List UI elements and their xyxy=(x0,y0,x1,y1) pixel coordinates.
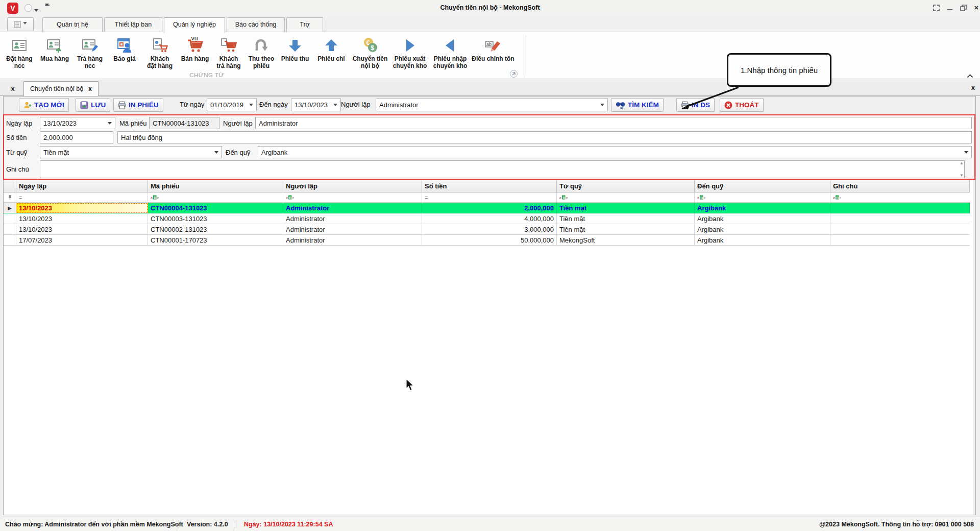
print-voucher-button[interactable]: IN PHIẾU xyxy=(113,98,163,112)
filter-cell-date[interactable]: = xyxy=(16,192,148,203)
minimize-button[interactable] xyxy=(945,5,955,12)
ribbon-item-phieu-xuat-chuyen-kho[interactable]: Phiếu xuấtchuyển kho xyxy=(390,34,430,70)
ribbon-item-phieu-nhap-chuyen-kho[interactable]: Phiếu nhậpchuyển kho xyxy=(430,34,471,70)
app-menu-button[interactable] xyxy=(7,17,34,31)
ribbon-item-tra-hang-ncc[interactable]: Trả hàngncc xyxy=(72,34,107,70)
filter-cell-note[interactable]: aBc xyxy=(830,192,970,203)
cell-date[interactable]: 13/10/2023 xyxy=(16,224,148,235)
filter-cell-from-fund[interactable]: aBc xyxy=(557,192,695,203)
cell-amount[interactable]: 50,000,000 xyxy=(422,235,557,246)
grid-row[interactable]: 13/10/2023 CTN00002-131023 Administrator… xyxy=(4,224,973,235)
ribbon-item-phieu-thu[interactable]: Phiếu thu xyxy=(278,34,312,70)
cell-creator[interactable]: Administrator xyxy=(283,224,422,235)
ribbon-item-chuyen-tien-noi-bo[interactable]: €$ Chuyển tiềnnội bộ xyxy=(350,34,390,70)
cell-to-fund[interactable]: Argibank xyxy=(695,224,830,235)
chevron-down-icon[interactable] xyxy=(249,104,253,108)
ribbon-item-dieu-chinh-ton[interactable]: ab Điều chỉnh tồn xyxy=(471,34,516,70)
cell-code[interactable]: CTN00004-131023 xyxy=(148,203,283,213)
cell-note[interactable] xyxy=(830,203,970,213)
chevron-down-icon[interactable] xyxy=(600,104,604,108)
cell-from-fund[interactable]: Tiền mặt xyxy=(557,203,695,213)
chevron-down-icon[interactable] xyxy=(964,151,968,156)
ribbon-item-mua-hang[interactable]: Mua hàng xyxy=(37,34,72,70)
restore-button[interactable] xyxy=(958,5,968,12)
cell-to-fund[interactable]: Argibank xyxy=(695,213,830,224)
collapse-ribbon-icon[interactable] xyxy=(967,71,973,80)
date-field[interactable]: 13/10/2023 xyxy=(40,117,115,129)
search-button[interactable]: ID TÌM KIẾM xyxy=(611,98,664,112)
ribbon-item-bao-gia[interactable]: Báo giá xyxy=(107,34,142,70)
ribbon-item-khach-tra-hang[interactable]: Kháchtrả hàng xyxy=(212,34,245,70)
exit-button[interactable]: THOÁT xyxy=(720,98,764,112)
group-dialog-launcher-icon[interactable] xyxy=(510,70,518,78)
column-header-creator[interactable]: Người lập xyxy=(283,180,422,192)
column-header-to-fund[interactable]: Đến quỹ xyxy=(695,180,830,192)
cell-to-fund[interactable]: Argibank xyxy=(695,203,830,213)
cell-from-fund[interactable]: MekongSoft xyxy=(557,235,695,246)
save-button[interactable]: LƯU xyxy=(76,98,110,112)
chevron-down-icon[interactable] xyxy=(108,122,112,127)
cell-amount[interactable]: 4,000,000 xyxy=(422,213,557,224)
ribbon-item-khach-dat-hang[interactable]: Kháchđặt hàng xyxy=(142,34,178,70)
chevron-down-icon[interactable] xyxy=(214,151,218,156)
close-tab-icon[interactable]: x xyxy=(88,85,92,92)
creator-field[interactable]: Administrator xyxy=(255,117,972,129)
ribbon-tab-reports[interactable]: Báo cáo thống kê xyxy=(227,17,285,32)
creator-filter-combo[interactable]: Administrator xyxy=(376,99,608,111)
ribbon-item-phieu-chi[interactable]: Phiếu chi xyxy=(312,34,350,70)
cell-to-fund[interactable]: Argibank xyxy=(695,235,830,246)
filter-cell-code[interactable]: aBc xyxy=(148,192,283,203)
cell-amount[interactable]: 3,000,000 xyxy=(422,224,557,235)
svg-text:c: c xyxy=(840,196,842,200)
cell-date[interactable]: 13/10/2023 xyxy=(16,213,148,224)
column-header-date[interactable]: Ngày lập xyxy=(16,180,148,192)
grid-row[interactable]: 17/07/2023 CTN00001-170723 Administrator… xyxy=(4,235,973,246)
chevron-down-icon[interactable] xyxy=(333,104,337,108)
from-date-picker[interactable]: 01/10/2019 xyxy=(207,99,257,111)
grid-row-selected[interactable]: ▶ 13/10/2023 CTN00004-131023 Administrat… xyxy=(4,203,973,213)
cell-note[interactable] xyxy=(830,213,970,224)
filter-cell-amount[interactable]: = xyxy=(422,192,557,203)
cell-creator[interactable]: Administrator xyxy=(283,203,422,213)
note-label: Ghi chú xyxy=(6,165,29,173)
create-new-button[interactable]: TẠO MỚI xyxy=(19,98,69,112)
column-header-note[interactable]: Ghi chú xyxy=(830,180,970,192)
print-list-button[interactable]: IN DS xyxy=(676,98,715,112)
document-tab-active[interactable]: Chuyển tiền nội bộ x xyxy=(23,81,99,96)
ribbon-item-dat-hang-ncc[interactable]: Đặt hàngncc xyxy=(2,34,37,70)
filter-cell-creator[interactable]: aBc xyxy=(283,192,422,203)
column-header-from-fund[interactable]: Từ quỹ xyxy=(557,180,695,192)
cell-from-fund[interactable]: Tiền mặt xyxy=(557,213,695,224)
close-document-icon[interactable]: x xyxy=(971,84,975,91)
column-header-amount[interactable]: Số tiền xyxy=(422,180,557,192)
to-date-picker[interactable]: 13/10/2023 xyxy=(291,99,341,111)
cell-creator[interactable]: Administrator xyxy=(283,213,422,224)
to-fund-combo[interactable]: Argibank xyxy=(258,146,972,158)
grid-row[interactable]: 13/10/2023 CTN00003-131023 Administrator… xyxy=(4,213,973,224)
cell-date[interactable]: 13/10/2023 xyxy=(16,203,148,213)
cell-amount[interactable]: 2,000,000 xyxy=(422,203,557,213)
ribbon-tab-system-admin[interactable]: Quản trị hệ thống xyxy=(42,17,103,32)
cell-date[interactable]: 17/07/2023 xyxy=(16,235,148,246)
note-scrollbar[interactable]: ▲▼ xyxy=(959,161,964,178)
from-fund-combo[interactable]: Tiền mặt xyxy=(40,146,222,158)
ribbon-tab-business-management[interactable]: Quản lý nghiệp vụ xyxy=(164,17,225,33)
ribbon-item-thu-theo-phieu[interactable]: Thu theophiếu xyxy=(245,34,278,70)
cell-from-fund[interactable]: Tiền mặt xyxy=(557,224,695,235)
fullscreen-button[interactable] xyxy=(931,5,941,12)
cell-note[interactable] xyxy=(830,224,970,235)
note-textarea[interactable] xyxy=(40,160,965,178)
close-all-tabs-button[interactable]: x xyxy=(5,82,20,95)
ribbon-tab-initial-setup[interactable]: Thiết lập ban đầu xyxy=(104,17,162,32)
cell-code[interactable]: CTN00003-131023 xyxy=(148,213,283,224)
amount-in-words-field[interactable]: Hai triệu đồng xyxy=(117,131,972,143)
amount-field[interactable]: 2,000,000 xyxy=(40,131,113,143)
close-button[interactable]: × xyxy=(971,3,980,10)
cell-code[interactable]: CTN00001-170723 xyxy=(148,235,283,246)
column-header-code[interactable]: Mã phiếu xyxy=(148,180,283,192)
cell-creator[interactable]: Administrator xyxy=(283,235,422,246)
cell-note[interactable] xyxy=(830,235,970,246)
ribbon-tab-help[interactable]: Trợ giúp xyxy=(286,17,323,32)
filter-cell-to-fund[interactable]: aBc xyxy=(695,192,830,203)
cell-code[interactable]: CTN00002-131023 xyxy=(148,224,283,235)
